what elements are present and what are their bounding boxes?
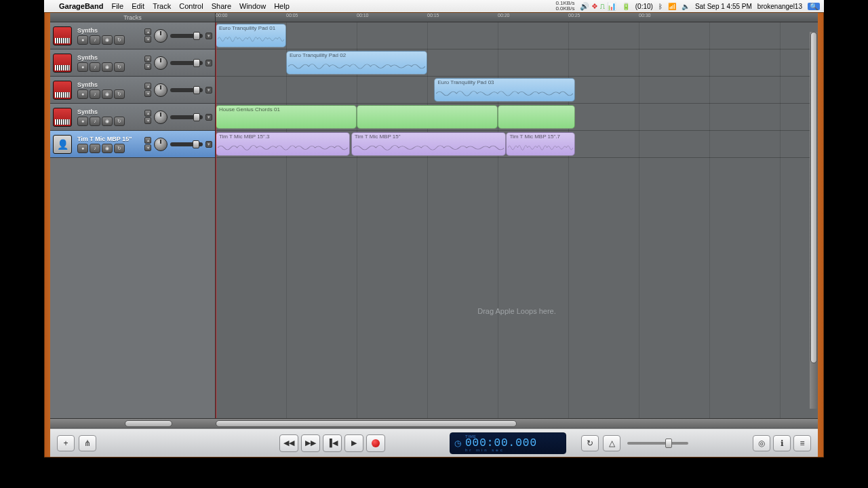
mute-button[interactable]: ♪ [90, 62, 100, 72]
audio-region[interactable]: Tim T Mic MBP 15".7 [506, 132, 575, 156]
pan-knob[interactable] [154, 83, 167, 97]
track-lane[interactable]: Euro Tranquility Pad 02 [216, 49, 818, 77]
track-lane[interactable]: Euro Tranquility Pad 01 [216, 22, 818, 49]
user-menu[interactable]: brokenangel13 [757, 3, 802, 10]
menu-track[interactable]: Track [153, 2, 171, 10]
audio-region[interactable] [357, 105, 498, 129]
track-header[interactable]: Synths●♪◉↻▴▾▾ [50, 22, 215, 49]
pan-knob[interactable] [154, 29, 167, 43]
step-down-button[interactable]: ▾ [144, 36, 151, 43]
forward-button[interactable]: ▶▶ [301, 434, 320, 452]
menu-share[interactable]: Share [212, 2, 231, 10]
step-down-button[interactable]: ▾ [144, 144, 151, 151]
audio-region[interactable]: Euro Tranquility Pad 03 [434, 78, 575, 102]
automation-button[interactable]: ⋔ [79, 435, 96, 451]
wifi-icon[interactable]: 📶 [668, 3, 676, 10]
step-up-button[interactable]: ▴ [144, 56, 151, 62]
track-header[interactable]: Synths●♪◉↻▴▾▾ [50, 77, 215, 104]
add-track-button[interactable]: + [57, 435, 75, 451]
spotlight-icon[interactable]: 🔍 [808, 3, 820, 10]
track-lane[interactable]: House Genius Chords 01 [216, 104, 818, 131]
rewind-button[interactable]: ◀◀ [279, 434, 298, 452]
track-header[interactable]: Tim T Mic MBP 15"●♪◉↻▴▾▾ [50, 131, 215, 158]
audio-region[interactable]: Tim T Mic MBP 15" [351, 132, 507, 156]
track-menu-button[interactable]: ▾ [205, 60, 212, 66]
record-button[interactable] [366, 434, 385, 452]
playhead[interactable] [216, 22, 216, 418]
audio-region[interactable]: Tim T Mic MBP 15".3 [216, 132, 350, 156]
solo-button[interactable]: ◉ [102, 144, 113, 153]
track-header[interactable]: Synths●♪◉↻▴▾▾ [50, 49, 215, 77]
mute-button[interactable]: ♪ [90, 144, 100, 153]
solo-button[interactable]: ◉ [102, 89, 113, 99]
track-menu-button[interactable]: ▾ [205, 87, 212, 94]
battery-icon[interactable]: 🔋 [622, 3, 630, 10]
menu-help[interactable]: Help [274, 2, 290, 10]
step-up-button[interactable]: ▴ [144, 110, 151, 117]
pan-knob[interactable] [154, 138, 167, 151]
track-info-button[interactable]: ℹ [773, 435, 791, 451]
solo-button[interactable]: ◉ [102, 35, 113, 45]
timeline-ruler[interactable]: 00:0000:0500:1000:1500:2000:2500:30 [216, 13, 818, 22]
track-menu-button[interactable]: ▾ [205, 33, 212, 39]
volume-slider[interactable] [170, 34, 203, 38]
menu-edit[interactable]: Edit [132, 2, 144, 10]
volume-slider[interactable] [170, 61, 203, 65]
mute-button[interactable]: ♪ [90, 89, 100, 99]
lock-button[interactable]: ↻ [114, 117, 125, 126]
mute-button[interactable]: ♪ [90, 117, 100, 126]
solo-button[interactable]: ◉ [102, 117, 113, 126]
timeline[interactable]: Euro Tranquility Pad 01Euro Tranquility … [216, 22, 818, 418]
mute-button[interactable]: ♪ [90, 35, 100, 45]
record-enable-button[interactable]: ● [77, 144, 88, 153]
menu-file[interactable]: File [111, 2, 123, 10]
step-down-button[interactable]: ▾ [144, 63, 151, 70]
step-up-button[interactable]: ▴ [144, 137, 151, 144]
volume-slider[interactable] [170, 88, 203, 92]
audio-region[interactable]: Euro Tranquility Pad 01 [216, 24, 286, 47]
record-enable-button[interactable]: ● [77, 89, 88, 99]
pan-knob[interactable] [154, 110, 167, 124]
play-button[interactable]: ▶ [344, 434, 363, 452]
track-lane[interactable]: Euro Tranquility Pad 03 [216, 77, 818, 104]
media-browser-button[interactable]: ≡ [793, 435, 811, 451]
menu-extras[interactable]: 🔊 ❖ ⎍ 📊 [580, 2, 616, 11]
volume-slider[interactable] [170, 142, 203, 146]
volume-slider[interactable] [170, 115, 203, 119]
step-down-button[interactable]: ▾ [144, 117, 151, 124]
timeline-scrollbar[interactable] [216, 418, 818, 428]
lock-button[interactable]: ↻ [114, 62, 125, 72]
track-zoom-scrollbar[interactable] [50, 418, 216, 428]
track-header[interactable]: Synths●♪◉↻▴▾▾ [50, 104, 215, 131]
lock-button[interactable]: ↻ [114, 35, 125, 45]
record-enable-button[interactable]: ● [77, 35, 88, 45]
vertical-scrollbar[interactable] [810, 32, 818, 409]
step-down-button[interactable]: ▾ [144, 90, 151, 97]
app-name[interactable]: GarageBand [59, 2, 103, 10]
audio-region[interactable] [498, 105, 575, 129]
lock-button[interactable]: ↻ [114, 89, 125, 99]
lcd-display[interactable]: ◷ TIME 000:00.000 hr min sec [450, 432, 566, 454]
master-volume-slider[interactable] [627, 440, 688, 447]
metronome-button[interactable]: △ [603, 435, 620, 451]
record-enable-button[interactable]: ● [77, 62, 88, 72]
track-menu-button[interactable]: ▾ [205, 114, 212, 121]
lock-button[interactable]: ↻ [114, 144, 125, 153]
step-up-button[interactable]: ▴ [144, 83, 151, 89]
pan-knob[interactable] [154, 56, 167, 70]
track-menu-button[interactable]: ▾ [205, 141, 212, 148]
menu-window[interactable]: Window [239, 2, 266, 10]
audio-region[interactable]: Euro Tranquility Pad 02 [286, 51, 427, 75]
clock[interactable]: Sat Sep 1 4:55 PM [695, 3, 752, 10]
solo-button[interactable]: ◉ [102, 62, 113, 72]
record-enable-button[interactable]: ● [77, 117, 88, 126]
bluetooth-icon[interactable]: ᛒ [658, 3, 663, 10]
loop-browser-button[interactable]: ◎ [753, 435, 770, 451]
volume-icon[interactable]: 🔈 [682, 3, 690, 10]
go-to-beginning-button[interactable]: ▐◀ [323, 434, 342, 452]
audio-region[interactable]: House Genius Chords 01 [216, 105, 357, 129]
track-lane[interactable]: Tim T Mic MBP 15".3Tim T Mic MBP 15"Tim … [216, 131, 818, 158]
menu-control[interactable]: Control [179, 2, 203, 10]
cycle-button[interactable]: ↻ [581, 435, 599, 451]
step-up-button[interactable]: ▴ [144, 28, 151, 35]
